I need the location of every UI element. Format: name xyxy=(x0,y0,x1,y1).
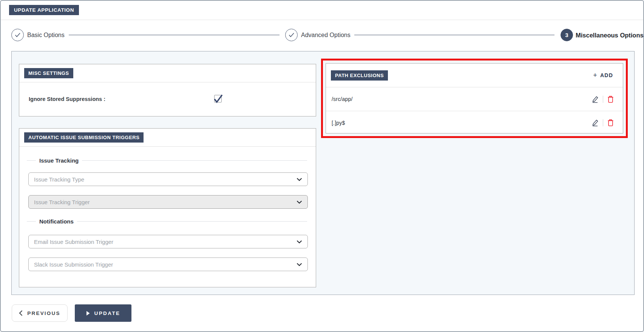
step-number: 3 xyxy=(565,32,568,38)
misc-settings-title: MISC SETTINGS xyxy=(24,68,73,78)
pencil-icon xyxy=(592,96,599,103)
ignore-suppressions-label: Ignore Stored Suppressions : xyxy=(29,96,105,102)
page-title: UPDATE APPLICATION xyxy=(9,5,79,15)
stepper-connector xyxy=(354,35,554,35)
issue-tracking-trigger-placeholder: Issue Tracking Trigger xyxy=(34,199,297,205)
checkmark-icon xyxy=(212,93,224,104)
step-basic-options-circle[interactable] xyxy=(11,29,24,41)
issue-tracking-type-select[interactable]: Issue Tracking Type xyxy=(28,172,308,186)
previous-button-label: PREVIOUS xyxy=(27,310,60,316)
path-exclusions-highlight: PATH EXCLUSIONS + ADD /src/app/ xyxy=(321,59,628,138)
action-divider xyxy=(603,119,603,126)
delete-path-button[interactable] xyxy=(607,119,614,126)
chevron-left-icon xyxy=(19,310,23,316)
edit-path-button[interactable] xyxy=(592,96,599,103)
chevron-down-icon xyxy=(297,240,302,244)
update-application-page: UPDATE APPLICATION Basic Options Advance… xyxy=(0,0,644,332)
email-issue-trigger-placeholder: Email Issue Submission Trigger xyxy=(34,239,297,245)
step-basic-options-label[interactable]: Basic Options xyxy=(27,32,65,39)
header-divider xyxy=(1,20,643,20)
notifications-legend: Notifications xyxy=(27,218,307,225)
add-path-exclusion-button[interactable]: + ADD xyxy=(593,72,613,79)
step-miscellaneous-options-circle[interactable]: 3 xyxy=(561,29,573,41)
issue-tracking-legend: Issue Tracking xyxy=(27,157,307,164)
chevron-down-icon xyxy=(297,200,302,204)
automatic-triggers-header: AUTOMATIC ISSUE SUBMISSION TRIGGERS xyxy=(19,129,316,147)
path-exclusion-value: /src/app/ xyxy=(332,96,353,102)
issue-tracking-trigger-select[interactable]: Issue Tracking Trigger xyxy=(28,195,308,209)
path-exclusions-card: PATH EXCLUSIONS + ADD /src/app/ xyxy=(326,63,623,133)
step-miscellaneous-options-label: Miscellaneous Options xyxy=(576,32,644,39)
previous-button[interactable]: PREVIOUS xyxy=(12,304,68,322)
update-button-label: UPDATE xyxy=(94,310,120,316)
issue-tracking-type-placeholder: Issue Tracking Type xyxy=(34,176,297,183)
slack-issue-trigger-placeholder: Slack Issue Submission Trigger xyxy=(34,261,297,268)
stepper-connector xyxy=(69,35,280,35)
email-issue-trigger-select[interactable]: Email Issue Submission Trigger xyxy=(28,235,308,248)
misc-settings-header: MISC SETTINGS xyxy=(19,64,316,82)
delete-path-button[interactable] xyxy=(607,96,614,103)
trash-icon xyxy=(607,119,614,126)
path-exclusions-header: PATH EXCLUSIONS + ADD xyxy=(326,64,623,87)
chevron-down-icon xyxy=(297,263,302,266)
plus-icon: + xyxy=(593,72,598,79)
ignore-suppressions-checkbox[interactable] xyxy=(214,95,222,102)
path-exclusion-row: /src/app/ xyxy=(326,87,623,111)
misc-settings-card: MISC SETTINGS Ignore Stored Suppressions… xyxy=(19,64,316,116)
path-exclusion-row: [.]py$ xyxy=(326,111,623,134)
automatic-triggers-title: AUTOMATIC ISSUE SUBMISSION TRIGGERS xyxy=(24,132,144,143)
check-icon xyxy=(15,33,21,37)
step-advanced-options-circle[interactable] xyxy=(285,29,298,41)
action-divider xyxy=(603,96,603,103)
step-advanced-options-label[interactable]: Advanced Options xyxy=(301,32,351,39)
trash-icon xyxy=(607,96,614,103)
path-exclusions-title: PATH EXCLUSIONS xyxy=(331,70,388,81)
issue-tracking-legend-label: Issue Tracking xyxy=(39,157,79,164)
edit-path-button[interactable] xyxy=(592,119,599,126)
play-icon xyxy=(86,311,90,316)
chevron-down-icon xyxy=(297,178,302,181)
notifications-legend-label: Notifications xyxy=(39,218,74,225)
add-button-label: ADD xyxy=(600,72,613,78)
automatic-triggers-card: AUTOMATIC ISSUE SUBMISSION TRIGGERS Issu… xyxy=(19,128,316,287)
ignore-suppressions-row: Ignore Stored Suppressions : xyxy=(19,82,316,116)
path-exclusion-value: [.]py$ xyxy=(332,120,345,126)
slack-issue-trigger-select[interactable]: Slack Issue Submission Trigger xyxy=(28,258,308,271)
update-button[interactable]: UPDATE xyxy=(75,304,131,322)
pencil-icon xyxy=(592,119,599,126)
check-icon xyxy=(289,33,295,37)
